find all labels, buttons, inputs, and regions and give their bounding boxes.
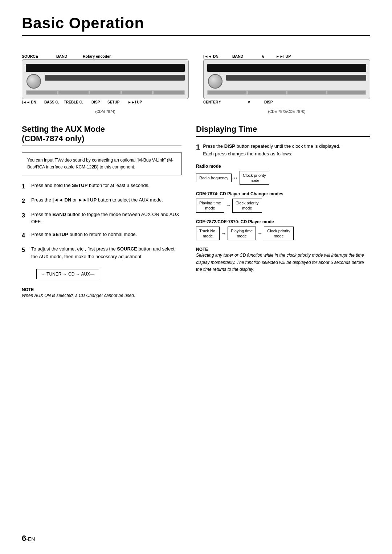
btn4 [122,91,152,94]
cde-arrow-2: → [257,231,263,236]
playing-time-box-cde: Playing timemode [228,227,256,241]
display-bar-r [207,64,366,72]
display-note-text: Selecting any tuner or CD function while… [196,252,370,273]
label-band-right: BAND [232,54,243,58]
label-band-left: BAND [56,54,67,58]
knob-r [208,74,222,89]
aux-steps-list: 1 Press and hold the SETUP button for at… [22,182,181,260]
right-top-labels: |◄◄ DN BAND ∧ ►►I UP [203,47,370,58]
right-diagram-col: |◄◄ DN BAND ∧ ►►I UP [203,47,370,114]
aux-bottom-note: NOTE When AUX ON is selected, a CD Chang… [22,287,181,299]
bold-setup-4: SETUP [53,232,68,237]
bold-setup-1: SETUP [72,183,87,188]
page-content: Basic Operation SOURCE BAND Rotary encod… [0,0,392,321]
right-diagram-box [203,59,370,99]
knob [26,74,41,89]
cde-arrow-1: → [220,231,227,236]
page-number: 6-EN [22,534,35,543]
button-row [26,90,185,95]
radio-freq-box: Radio frequency [196,174,232,182]
label-rotary: Rotary encoder [83,54,111,58]
display-note-title: NOTE [196,247,370,252]
track-no-box: Track No.mode [196,227,220,241]
left-diagram-box [22,59,189,99]
display-section: Displaying Time 1 Press the DISP button … [196,125,370,300]
left-bottom-labels: |◄◄ DN BASS C. TREBLE C. DISP SETUP ►►I … [22,100,189,108]
tuner-flow: → TUNER → CD → AUX— [36,269,99,279]
aux-note-text: You can input TV/video sound by connecti… [27,158,173,170]
label-centerf: CENTER f [203,100,220,104]
btn5 [154,91,184,94]
aux-step-5: 5 To adjust the volume, etc., first pres… [22,245,181,261]
rbtn4 [327,91,366,94]
left-diagram-col: SOURCE BAND Rotary encoder [22,47,189,114]
label-up-left: ►►I UP [128,100,142,104]
step1-text3: Each press changes the modes as follows: [203,151,292,156]
cdm7874-flow: Playing timemode → Clock prioritymode [196,199,370,213]
playing-time-box-cdm: Playing timemode [196,199,224,213]
bold-source: SOURCE [117,246,137,252]
label-wedge: ∧ [261,54,264,58]
label-dn-left: |◄◄ DN [22,100,36,104]
label-up-right: ►►I UP [276,54,291,58]
left-model-label: (CDM-7874) [22,110,189,114]
aux-section: Setting the AUX Mode (CDM-7874 only) You… [22,125,181,300]
diagrams-row: SOURCE BAND Rotary encoder [22,47,370,114]
cdm-arrow: → [225,203,232,208]
cde7872-face [204,60,370,99]
btn2 [58,91,89,94]
right-bottom-labels: CENTER f ∨ DISP [203,100,370,108]
aux-step-4: 4 Press the SETUP button to return to no… [22,231,181,240]
aux-step-3: 3 Press the BAND button to toggle the mo… [22,211,181,226]
aux-step-1: 1 Press and hold the SETUP button for at… [22,182,181,191]
tuner-flow-text: → TUNER → CD → AUX— [41,272,94,277]
display-section-title: Displaying Time [196,125,370,137]
cdm7874-mode-section: CDM-7874: CD Player and Changer modes Pl… [196,191,370,213]
label-source: SOURCE [22,54,38,58]
page-title: Basic Operation [22,15,370,36]
cd-slot-r [226,75,366,81]
rbtn1 [208,91,246,94]
clock-priority-box-cdm: Clock prioritymode [232,199,262,213]
cdm7874-title: CDM-7874: CD Player and Changer modes [196,191,370,196]
step1-bold: DISP [224,143,235,149]
btn1 [26,91,57,94]
cde7872-mode-section: CDE-7872/CDE-7870: CD Player mode Track … [196,219,370,241]
bold-band: BAND [53,212,66,217]
rbtn3 [287,91,326,94]
cde7872-title: CDE-7872/CDE-7870: CD Player mode [196,219,370,224]
label-disp-left: DISP [91,100,100,104]
display-step-1: 1 Press the DISP button repeatedly until… [196,143,370,158]
aux-section-title: Setting the AUX Mode (CDM-7874 only) [22,125,181,146]
aux-note-box: You can input TV/video sound by connecti… [22,152,181,175]
bold-up: ►►I UP [78,197,97,203]
bold-dn: |◄◄ DN [53,197,72,203]
display-note: NOTE Selecting any tuner or CD function … [196,247,370,273]
left-top-labels: SOURCE BAND Rotary encoder [22,47,189,58]
label-dn-right: |◄◄ DN [203,54,219,58]
button-row-r [207,90,366,95]
main-content: Setting the AUX Mode (CDM-7874 only) You… [22,125,370,300]
step1-text1: Press the [203,143,224,149]
display-bar [26,64,185,72]
right-model-label: (CDE-7872/CDE-7870) [203,110,370,114]
aux-note-title: NOTE [22,287,181,292]
radio-mode-title: Radio mode [196,164,370,169]
tuner-flow-container: → TUNER → CD → AUX— [29,265,181,283]
cd-slot [45,75,185,81]
aux-step-2: 2 Press the |◄◄ DN or ►►I UP button to s… [22,196,181,206]
label-disp-right: DISP [264,100,273,104]
step1-text2: button repeatedly until the clock time i… [235,143,340,149]
label-treblec: TREBLE C. [64,100,83,104]
clock-priority-box-radio: Clock prioritymode [240,171,269,185]
radio-arrow: ↔ [232,175,239,181]
label-vee: ∨ [248,100,250,104]
btn3 [90,91,121,94]
clock-priority-box-cde: Clock prioritymode [264,227,294,241]
radio-mode-section: Radio mode Radio frequency ↔ Clock prior… [196,164,370,185]
radio-mode-flow: Radio frequency ↔ Clock prioritymode [196,171,370,185]
label-setup: SETUP [107,100,119,104]
cde7872-flow: Track No.mode → Playing timemode → Clock… [196,227,370,241]
aux-note-body: When AUX ON is selected, a CD Changer ca… [22,292,181,299]
rbtn2 [248,91,286,94]
